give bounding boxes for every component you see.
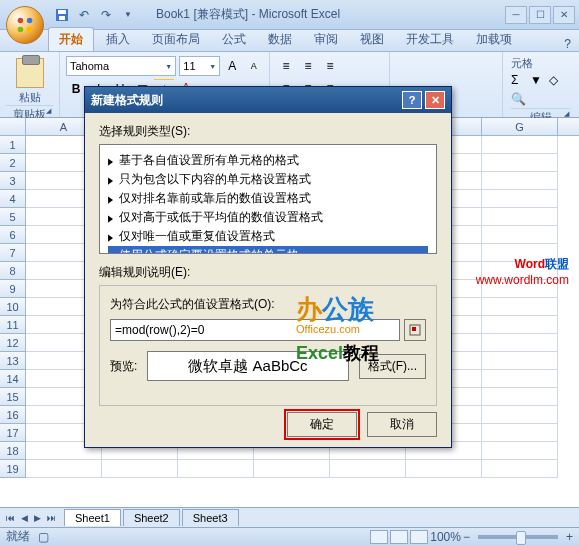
tab-addins[interactable]: 加载项 bbox=[466, 28, 522, 51]
bold-icon[interactable]: B bbox=[66, 79, 86, 99]
paste-icon[interactable] bbox=[16, 58, 44, 88]
cell[interactable] bbox=[254, 460, 330, 478]
rule-type-item[interactable]: 仅对唯一值或重复值设置格式 bbox=[108, 227, 428, 246]
sheet-nav-first-icon[interactable]: ⏮ bbox=[4, 513, 17, 523]
sheet-nav-last-icon[interactable]: ⏭ bbox=[45, 513, 58, 523]
cell[interactable] bbox=[482, 208, 558, 226]
redo-icon[interactable]: ↷ bbox=[98, 7, 114, 23]
cell[interactable] bbox=[482, 136, 558, 154]
dialog-titlebar[interactable]: 新建格式规则 ? ✕ bbox=[85, 87, 451, 113]
zoom-in-icon[interactable]: + bbox=[566, 530, 573, 544]
cell[interactable] bbox=[482, 154, 558, 172]
sheet-tab[interactable]: Sheet3 bbox=[182, 509, 239, 526]
tab-formulas[interactable]: 公式 bbox=[212, 28, 256, 51]
maximize-button[interactable]: ☐ bbox=[529, 6, 551, 24]
ok-button[interactable]: 确定 bbox=[287, 412, 357, 437]
fill-icon[interactable]: ▼ bbox=[530, 73, 546, 89]
cell[interactable] bbox=[482, 298, 558, 316]
row-header[interactable]: 19 bbox=[0, 460, 26, 478]
cell[interactable] bbox=[330, 460, 406, 478]
rule-type-item[interactable]: 仅对排名靠前或靠后的数值设置格式 bbox=[108, 189, 428, 208]
cell[interactable] bbox=[178, 460, 254, 478]
minimize-button[interactable]: ─ bbox=[505, 6, 527, 24]
rule-type-item-selected[interactable]: 使用公式确定要设置格式的单元格 bbox=[108, 246, 428, 254]
row-header[interactable]: 9 bbox=[0, 280, 26, 298]
font-size-combo[interactable]: 11 bbox=[179, 56, 220, 76]
rule-type-item[interactable]: 基于各自值设置所有单元格的格式 bbox=[108, 151, 428, 170]
row-header[interactable]: 2 bbox=[0, 154, 26, 172]
autosum-icon[interactable]: Σ bbox=[511, 73, 527, 89]
align-mid-icon[interactable]: ≡ bbox=[298, 56, 318, 76]
dialog-help-button[interactable]: ? bbox=[402, 91, 422, 109]
row-header[interactable]: 3 bbox=[0, 172, 26, 190]
col-header[interactable]: G bbox=[482, 118, 558, 135]
sheet-tab[interactable]: Sheet1 bbox=[64, 509, 121, 526]
cell[interactable] bbox=[482, 352, 558, 370]
row-header[interactable]: 5 bbox=[0, 208, 26, 226]
tab-insert[interactable]: 插入 bbox=[96, 28, 140, 51]
tab-data[interactable]: 数据 bbox=[258, 28, 302, 51]
save-icon[interactable] bbox=[54, 7, 70, 23]
office-button[interactable] bbox=[6, 6, 44, 44]
rule-type-item[interactable]: 仅对高于或低于平均值的数值设置格式 bbox=[108, 208, 428, 227]
row-header[interactable]: 1 bbox=[0, 136, 26, 154]
row-header[interactable]: 10 bbox=[0, 298, 26, 316]
collapse-dialog-icon[interactable] bbox=[404, 319, 426, 341]
cancel-button[interactable]: 取消 bbox=[367, 412, 437, 437]
row-header[interactable]: 18 bbox=[0, 442, 26, 460]
cell[interactable] bbox=[482, 190, 558, 208]
cell[interactable] bbox=[482, 370, 558, 388]
find-icon[interactable]: 🔍 bbox=[511, 92, 527, 108]
row-header[interactable]: 8 bbox=[0, 262, 26, 280]
sheet-nav-next-icon[interactable]: ▶ bbox=[32, 513, 43, 523]
grow-font-icon[interactable]: A bbox=[223, 56, 241, 76]
page-break-view-icon[interactable] bbox=[410, 530, 428, 544]
undo-icon[interactable]: ↶ bbox=[76, 7, 92, 23]
rule-type-list[interactable]: 基于各自值设置所有单元格的格式 只为包含以下内容的单元格设置格式 仅对排名靠前或… bbox=[99, 144, 437, 254]
cell[interactable] bbox=[482, 424, 558, 442]
zoom-percent[interactable]: 100% bbox=[430, 530, 461, 544]
macro-record-icon[interactable]: ▢ bbox=[38, 530, 49, 544]
help-icon[interactable]: ? bbox=[564, 37, 579, 51]
cell[interactable] bbox=[482, 226, 558, 244]
cell[interactable] bbox=[482, 406, 558, 424]
cell[interactable] bbox=[482, 316, 558, 334]
cell[interactable] bbox=[482, 460, 558, 478]
select-all-corner[interactable] bbox=[0, 118, 26, 135]
row-header[interactable]: 13 bbox=[0, 352, 26, 370]
close-button[interactable]: ✕ bbox=[553, 6, 575, 24]
sheet-tab[interactable]: Sheet2 bbox=[123, 509, 180, 526]
row-header[interactable]: 14 bbox=[0, 370, 26, 388]
align-top-icon[interactable]: ≡ bbox=[276, 56, 296, 76]
normal-view-icon[interactable] bbox=[370, 530, 388, 544]
font-name-combo[interactable]: Tahoma bbox=[66, 56, 176, 76]
zoom-slider[interactable] bbox=[478, 535, 558, 539]
page-layout-view-icon[interactable] bbox=[390, 530, 408, 544]
tab-review[interactable]: 审阅 bbox=[304, 28, 348, 51]
shrink-font-icon[interactable]: A bbox=[245, 56, 263, 76]
row-header[interactable]: 16 bbox=[0, 406, 26, 424]
row-header[interactable]: 4 bbox=[0, 190, 26, 208]
paste-label[interactable]: 粘贴 bbox=[6, 90, 53, 105]
row-header[interactable]: 6 bbox=[0, 226, 26, 244]
cell[interactable] bbox=[102, 460, 178, 478]
cell[interactable] bbox=[26, 460, 102, 478]
cell[interactable] bbox=[482, 334, 558, 352]
cell[interactable] bbox=[482, 172, 558, 190]
row-header[interactable]: 17 bbox=[0, 424, 26, 442]
align-bot-icon[interactable]: ≡ bbox=[320, 56, 340, 76]
cell[interactable] bbox=[482, 442, 558, 460]
tab-home[interactable]: 开始 bbox=[48, 27, 94, 51]
dialog-close-button[interactable]: ✕ bbox=[425, 91, 445, 109]
qat-dropdown-icon[interactable]: ▼ bbox=[120, 7, 136, 23]
clear-icon[interactable]: ◇ bbox=[549, 73, 565, 89]
tab-page-layout[interactable]: 页面布局 bbox=[142, 28, 210, 51]
tab-view[interactable]: 视图 bbox=[350, 28, 394, 51]
row-header[interactable]: 12 bbox=[0, 334, 26, 352]
rule-type-item[interactable]: 只为包含以下内容的单元格设置格式 bbox=[108, 170, 428, 189]
row-header[interactable]: 7 bbox=[0, 244, 26, 262]
sheet-nav-prev-icon[interactable]: ◀ bbox=[19, 513, 30, 523]
cell[interactable] bbox=[482, 388, 558, 406]
zoom-out-icon[interactable]: − bbox=[463, 530, 470, 544]
row-header[interactable]: 15 bbox=[0, 388, 26, 406]
